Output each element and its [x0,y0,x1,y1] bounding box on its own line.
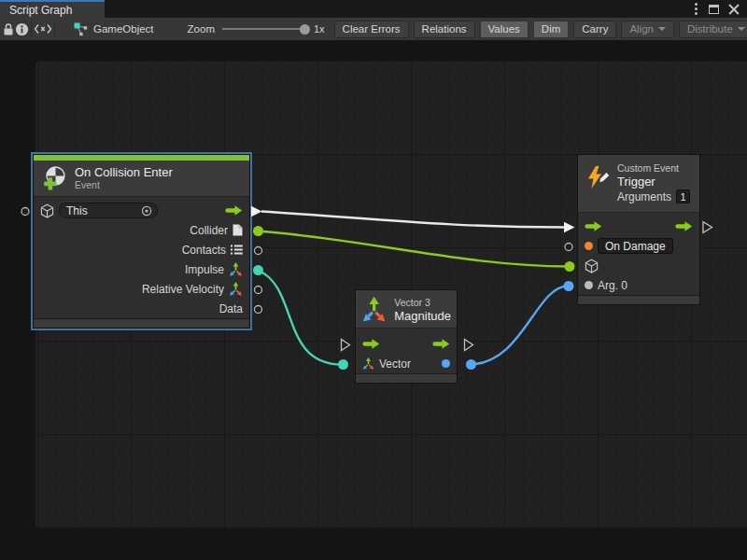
vector3-icon [361,296,387,323]
output-row-collider: Collider [34,220,249,240]
lock-button[interactable] [2,20,15,39]
port-label: Arg. 0 [598,279,627,292]
zoom-label: Zoom [188,23,215,35]
flow-in-arrow-icon [362,339,380,349]
flow-out-arrow-icon [225,205,243,216]
window-controls [693,0,747,18]
target-value: This [66,204,137,217]
custom-event-icon [585,165,610,189]
node-title: Trigger [617,175,690,189]
arguments-label: Arguments [617,190,671,203]
node-vector3-magnitude[interactable]: Vector 3 Magnitude Vector [355,289,458,384]
node-subtitle: Event [75,179,173,191]
document-icon [233,224,243,236]
zoom-slider-handle[interactable] [300,24,310,35]
toolbar-separator [54,21,55,37]
gameobject-icon [74,22,88,36]
relations-button[interactable]: Relations [414,21,475,38]
vector3-icon [229,282,243,296]
node-body: On Damage Arg. 0 [578,213,699,295]
graph-canvas[interactable]: On Collision Enter Event This Collider [0,41,747,560]
code-icon [34,23,52,35]
output-row-contacts: Contacts [34,240,249,259]
values-toggle[interactable]: Values [480,21,529,38]
toolbar-separator [31,21,32,37]
close-icon[interactable] [728,4,740,15]
chevron-down-icon [738,27,745,31]
gameobject-context-button[interactable]: GameObject [74,22,154,36]
output-row-relative-velocity: Relative Velocity [34,279,249,299]
code-view-button[interactable] [34,20,52,39]
node-trigger-custom-event[interactable]: Custom Event Trigger Arguments 1 [577,154,700,305]
tab-title: Script Graph [9,4,72,17]
list-icon [231,245,243,255]
arguments-count-field[interactable]: 1 [676,189,690,203]
float-output-dot-icon [442,359,450,368]
tab-bar: Script Graph [0,0,747,18]
generic-input-dot-icon [585,281,593,289]
flow-out-arrow-icon [675,221,693,231]
port-label: Data [219,302,243,315]
collision-event-icon [41,165,67,191]
node-header: Vector 3 Magnitude [356,290,457,329]
maximize-icon[interactable] [709,5,719,14]
flow-in-arrow-icon [585,221,602,231]
node-type-label: Vector 3 [394,296,451,309]
node-footer [34,318,249,328]
object-picker-icon[interactable] [141,205,152,217]
event-name-value: On Damage [605,240,666,253]
tab-script-graph[interactable]: Script Graph [0,0,105,18]
cube-icon [585,259,599,273]
node-header: Custom Event Trigger Arguments 1 [578,155,699,213]
node-footer [356,373,457,383]
align-dropdown[interactable]: Align [621,21,674,38]
lock-icon [2,22,15,36]
input-row-target [578,256,699,275]
distribute-dropdown[interactable]: Distribute [679,21,747,38]
node-body: This Collider Contacts Impulse [34,197,249,318]
port-label: Contacts [182,244,226,257]
node-title: On Collision Enter [75,165,173,179]
zoom-slider[interactable] [222,28,308,30]
info-icon [15,22,29,36]
node-on-collision-enter[interactable]: On Collision Enter Event This Collider [33,154,250,329]
flow-row [356,334,457,354]
menu-kebab-icon[interactable] [693,1,699,17]
target-row: This [34,201,249,220]
zoom-value: 1x [314,23,325,35]
info-button[interactable] [15,20,29,39]
node-type-label: Custom Event [617,161,690,175]
gameobject-label: GameObject [93,23,154,35]
input-row-event-name: On Damage [578,236,699,256]
output-row-data: Data [34,299,249,318]
flow-out-arrow-icon [432,339,450,349]
chevron-down-icon [658,27,666,31]
node-footer [578,295,699,304]
input-row-vector: Vector [356,354,457,373]
string-input-dot-icon [585,242,593,250]
node-header: On Collision Enter Event [34,161,249,197]
port-label: Collider [190,224,228,237]
cube-icon [40,203,54,218]
toolbar-buttons: Clear Errors Relations Values Dim Carry … [334,21,747,38]
node-body: Vector [356,329,457,373]
target-field[interactable]: This [59,203,158,218]
vector3-icon [229,262,243,276]
input-row-arg0: Arg. 0 [578,275,699,295]
output-row-impulse: Impulse [34,259,249,279]
port-label: Impulse [185,263,224,276]
graph-toolbar: GameObject Zoom 1x Clear Errors Relation… [0,18,747,41]
vector3-icon [362,357,374,370]
script-graph-window: Script Graph GameObject Zoom 1x Cl [0,0,747,560]
clear-errors-button[interactable]: Clear Errors [334,21,409,38]
dim-toggle[interactable]: Dim [533,21,569,38]
carry-button[interactable]: Carry [573,21,616,38]
flow-row [578,217,699,236]
node-title: Magnitude [394,309,451,323]
port-label: Relative Velocity [142,283,224,296]
port-label: Vector [379,357,411,371]
port-target-input[interactable] [21,208,29,216]
event-name-field[interactable]: On Damage [598,238,673,254]
